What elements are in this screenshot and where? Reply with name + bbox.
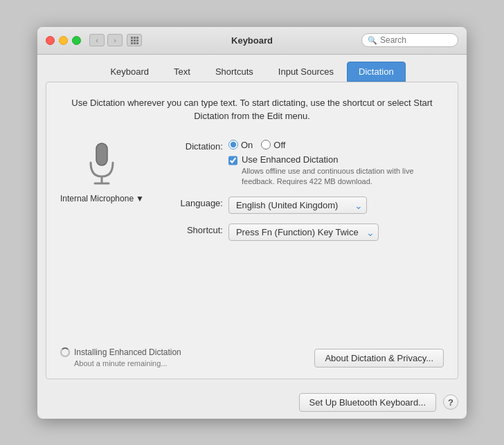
enhanced-option: Use Enhanced Dictation Allows offline us… [228, 154, 444, 188]
language-row: Language: English (United Kingdom) ⌄ [161, 197, 444, 214]
mic-icon-wrap [81, 140, 123, 188]
enhanced-label: Use Enhanced Dictation [242, 154, 444, 165]
grid-button[interactable] [127, 34, 142, 46]
help-button[interactable]: ? [443, 394, 458, 410]
shortcut-label: Shortcut: [161, 224, 223, 235]
dictation-label: Dictation: [161, 140, 223, 152]
language-select-wrapper: English (United Kingdom) ⌄ [228, 197, 367, 214]
enhanced-checkbox[interactable] [228, 156, 237, 165]
microphone-icon [85, 142, 118, 186]
search-input[interactable] [380, 35, 452, 45]
shortcut-row: Shortcut: Press Fn (Function) Key Twice … [161, 224, 444, 241]
traffic-lights [46, 36, 81, 45]
dictation-radio-group: On Off [228, 140, 444, 150]
nav-arrows: ‹ › [89, 34, 123, 46]
mic-section: Internal Microphone ▼ [60, 140, 144, 251]
tab-shortcuts[interactable]: Shortcuts [204, 62, 265, 82]
install-main-text: Installing Enhanced Dictation [74, 347, 181, 357]
maximize-button[interactable] [72, 36, 81, 45]
radio-on-option[interactable]: On [228, 140, 253, 150]
mic-source-label: Internal Microphone [60, 194, 134, 203]
minimize-button[interactable] [59, 36, 68, 45]
install-status: Installing Enhanced Dictation About a mi… [60, 347, 181, 367]
radio-off-label: Off [273, 140, 285, 150]
bottom-bar: Installing Enhanced Dictation About a mi… [60, 347, 444, 367]
mic-source-dropdown[interactable]: Internal Microphone ▼ [60, 194, 144, 203]
grid-icon [131, 37, 138, 44]
main-section: Internal Microphone ▼ Dictation: On [60, 140, 444, 251]
keyboard-window: ‹ › Keyboard 🔍 Keyboard Text Shortcuts I… [37, 27, 467, 419]
settings-section: Dictation: On Off [161, 140, 444, 251]
language-label: Language: [161, 197, 223, 208]
radio-on-label: On [241, 140, 253, 150]
shortcut-select[interactable]: Press Fn (Function) Key Twice [228, 224, 379, 241]
svg-rect-0 [96, 143, 107, 165]
enhanced-label-group: Use Enhanced Dictation Allows offline us… [242, 154, 444, 188]
radio-off-option[interactable]: Off [261, 140, 285, 150]
dictation-row: Dictation: On Off [161, 140, 444, 188]
close-button[interactable] [46, 36, 55, 45]
dictation-toggle-area: On Off Use Enha [228, 140, 444, 188]
search-icon: 🔍 [368, 36, 377, 45]
tab-keyboard[interactable]: Keyboard [98, 62, 161, 82]
window-title: Keyboard [231, 35, 273, 46]
description-text: Use Dictation wherever you can type text… [60, 96, 444, 123]
spinner-icon [60, 347, 70, 357]
install-sub-text: About a minute remaining... [74, 359, 181, 367]
shortcut-select-wrapper: Press Fn (Function) Key Twice ⌄ [228, 224, 379, 241]
install-row: Installing Enhanced Dictation [60, 347, 181, 357]
search-box[interactable]: 🔍 [361, 33, 458, 47]
back-button[interactable]: ‹ [89, 34, 105, 46]
tab-text[interactable]: Text [162, 62, 202, 82]
bluetooth-button[interactable]: Set Up Bluetooth Keyboard... [299, 393, 436, 412]
tabs-bar: Keyboard Text Shortcuts Input Sources Di… [37, 55, 467, 82]
radio-on-input[interactable] [228, 140, 238, 149]
enhanced-sub: Allows offline use and continuous dictat… [242, 166, 444, 188]
enhanced-section: Use Enhanced Dictation Allows offline us… [228, 154, 444, 188]
footer-row: Set Up Bluetooth Keyboard... ? [37, 388, 467, 419]
content-area: Use Dictation wherever you can type text… [46, 82, 458, 379]
language-select[interactable]: English (United Kingdom) [228, 197, 367, 214]
about-privacy-button[interactable]: About Dictation & Privacy... [314, 349, 444, 367]
tab-input-sources[interactable]: Input Sources [267, 62, 345, 82]
mic-dropdown-arrow: ▼ [136, 194, 144, 203]
forward-button[interactable]: › [107, 34, 123, 46]
radio-off-input[interactable] [261, 140, 271, 149]
tab-dictation[interactable]: Dictation [347, 62, 406, 82]
titlebar: ‹ › Keyboard 🔍 [37, 27, 467, 55]
